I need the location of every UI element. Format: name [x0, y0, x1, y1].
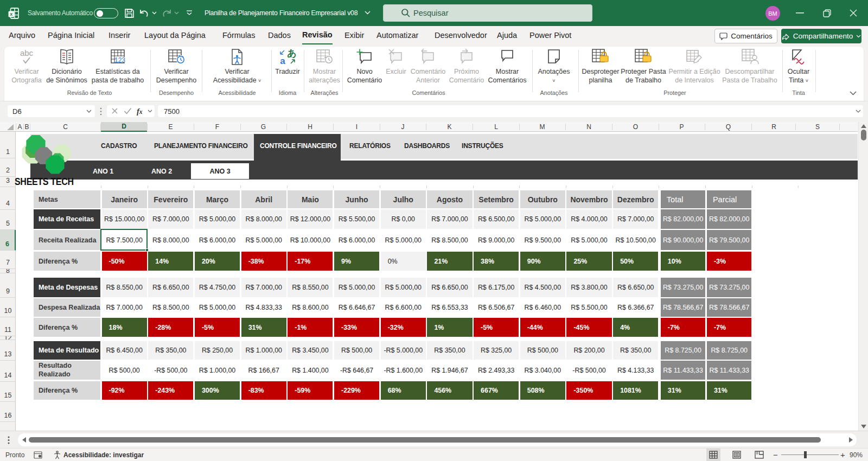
svg-text:123: 123 — [114, 56, 125, 64]
svg-text:x: x — [10, 11, 12, 17]
svg-text:abc: abc — [20, 48, 34, 57]
svg-text:a: a — [280, 56, 285, 66]
